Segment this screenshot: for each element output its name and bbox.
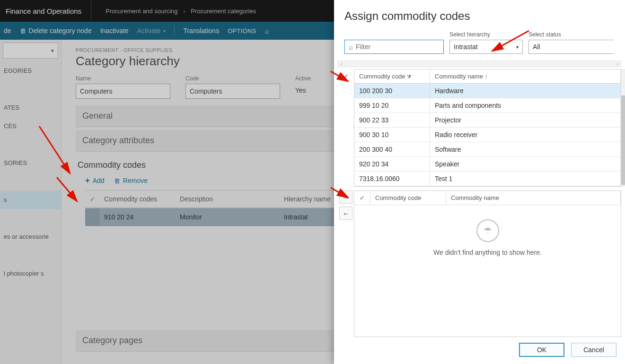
trash-icon: [114, 177, 120, 184]
translations-button[interactable]: Translations: [183, 27, 219, 35]
search-icon: [349, 43, 353, 51]
table-row[interactable]: 200 300 40 Software: [354, 142, 621, 157]
move-left-button[interactable]: ←: [339, 207, 352, 220]
cell-code: 200 300 40: [354, 142, 430, 157]
cell-code: 900 22 33: [354, 113, 430, 128]
select-status-label: Select status: [528, 31, 614, 38]
cancel-button[interactable]: Cancel: [571, 343, 616, 357]
sidebar-item[interactable]: EGORIES: [0, 61, 61, 80]
scroll-left-icon[interactable]: ‹: [338, 61, 345, 67]
breadcrumb: Procurement and sourcing › Procurement c…: [91, 8, 256, 15]
select-all-target[interactable]: [354, 191, 370, 205]
cell-name: Software: [430, 142, 621, 157]
breadcrumb-item[interactable]: Procurement categories: [191, 8, 256, 15]
sidebar-item[interactable]: [0, 80, 61, 98]
assign-commodity-panel: Assign commodity codes Filter Select hie…: [334, 0, 625, 364]
panel-title: Assign commodity codes: [334, 0, 625, 31]
cell-name: Radio receiver: [430, 128, 621, 142]
sidebar-item[interactable]: ATES: [0, 98, 61, 117]
source-grid: Commodity code Commodity name 100 200 30…: [354, 69, 621, 187]
sidebar-item[interactable]: l photocopier s: [0, 264, 61, 283]
cell-code: 920 20 34: [354, 157, 430, 172]
select-status-dropdown[interactable]: All: [528, 40, 614, 54]
app-title: Finance and Operations: [6, 0, 91, 22]
remove-button[interactable]: Remove: [114, 176, 148, 185]
name-field[interactable]: [76, 84, 170, 99]
table-row[interactable]: 999 10 20 Parts and components: [354, 98, 621, 113]
divider: [174, 26, 175, 36]
col-code[interactable]: Commodity codes: [99, 191, 175, 208]
sidebar: ▾ EGORIES ATESCES SORIES s es or accesso…: [0, 40, 62, 364]
select-hierarchy-dropdown[interactable]: Intrastat ▾: [449, 40, 523, 54]
chevron-down-icon: ▾: [163, 28, 166, 34]
sidebar-dropdown[interactable]: ▾: [3, 43, 58, 59]
inactivate-button[interactable]: Inactivate: [100, 27, 129, 35]
select-hierarchy-label: Select hierarchy: [449, 31, 523, 38]
code-field[interactable]: [185, 84, 280, 99]
target-col-code[interactable]: Commodity code: [370, 191, 446, 205]
breadcrumb-sep: ›: [179, 8, 189, 15]
delete-category-button[interactable]: Delete category node: [20, 27, 92, 35]
cell-name: Hardware: [430, 84, 621, 98]
add-button[interactable]: Add: [85, 176, 105, 185]
table-row[interactable]: 7318.16.0060 Test 1: [354, 172, 621, 186]
check-icon: [90, 196, 95, 203]
cell-name: Projector: [430, 113, 621, 128]
sidebar-item[interactable]: s: [0, 191, 61, 209]
move-right-button[interactable]: →: [339, 191, 352, 204]
search-icon: [265, 27, 269, 35]
field-label-code: Code: [185, 75, 280, 82]
filter-placeholder: Filter: [356, 43, 370, 51]
check-icon: [360, 194, 365, 201]
select-all[interactable]: [85, 191, 99, 208]
field-label-active: Active: [295, 75, 311, 82]
col-desc[interactable]: Description: [175, 191, 279, 208]
options-button[interactable]: OPTIONS: [228, 27, 256, 35]
cell-code: 910 20 24: [99, 208, 175, 225]
chevron-down-icon: ▾: [51, 48, 58, 54]
target-grid: Commodity code Commodity name ☂ We didn'…: [354, 191, 621, 337]
target-col-name[interactable]: Commodity name: [446, 191, 621, 205]
horizontal-scrollbar[interactable]: ‹ ›: [338, 61, 621, 67]
breadcrumb-item[interactable]: Procurement and sourcing: [106, 8, 177, 15]
table-row[interactable]: 900 30 10 Radio receiver: [354, 128, 621, 142]
col-commodity-code[interactable]: Commodity code: [354, 69, 430, 84]
node-action[interactable]: de: [4, 27, 11, 35]
sidebar-item[interactable]: SORIES: [0, 154, 61, 172]
scroll-right-icon[interactable]: ›: [614, 61, 621, 67]
cell-name: Speaker: [430, 157, 621, 172]
cell-code: 100 200 30: [354, 84, 430, 98]
sidebar-item[interactable]: [0, 246, 61, 264]
sidebar-item[interactable]: [0, 135, 61, 154]
sidebar-item[interactable]: CES: [0, 117, 61, 135]
table-row[interactable]: 920 20 34 Speaker: [354, 157, 621, 172]
sidebar-item[interactable]: [0, 209, 61, 227]
cell-desc: Monitor: [175, 208, 279, 225]
ok-button[interactable]: OK: [519, 343, 564, 357]
empty-text: We didn't find anything to show here.: [433, 249, 542, 256]
sort-asc-icon: [485, 73, 488, 80]
cell-name: Test 1: [430, 172, 621, 186]
cell-name: Parts and components: [430, 98, 621, 113]
cell-code: 7318.16.0060: [354, 172, 430, 186]
sidebar-item[interactable]: [0, 172, 61, 191]
col-commodity-name[interactable]: Commodity name: [430, 69, 621, 84]
select-all-source[interactable]: [343, 73, 349, 187]
table-row[interactable]: 900 22 33 Projector: [354, 113, 621, 128]
chevron-down-icon: ▾: [516, 44, 519, 50]
cell-code: 900 30 10: [354, 128, 430, 142]
table-row[interactable]: 100 200 30 Hardware: [354, 84, 621, 98]
vertical-scrollbar[interactable]: [621, 69, 625, 186]
trash-icon: [20, 27, 26, 35]
filter-box[interactable]: Filter: [344, 40, 444, 54]
empty-icon: ☂: [476, 219, 499, 242]
filter-icon: [407, 73, 411, 80]
field-label-name: Name: [76, 75, 170, 82]
search-button[interactable]: [265, 27, 269, 35]
cell-code: 999 10 20: [354, 98, 430, 113]
activate-button[interactable]: Activate ▾: [137, 27, 166, 35]
row-check[interactable]: [85, 208, 99, 225]
active-value: Yes: [295, 84, 311, 94]
plus-icon: [85, 176, 90, 185]
sidebar-item[interactable]: es or accessorie: [0, 227, 61, 246]
